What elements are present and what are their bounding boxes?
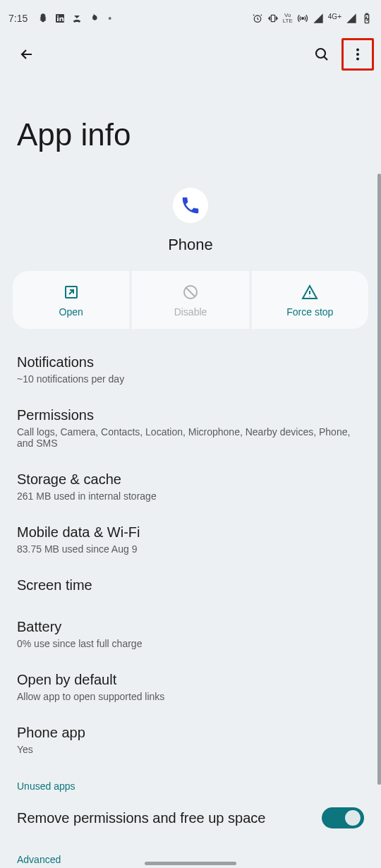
open-label: Open [59, 306, 83, 318]
snapchat-icon [37, 13, 49, 24]
notification-dot: • [108, 13, 111, 24]
arrow-left-icon [18, 46, 35, 63]
alarm-icon [252, 13, 263, 24]
svg-point-10 [356, 53, 359, 56]
svg-point-11 [356, 58, 359, 61]
disable-icon [182, 284, 199, 301]
section-unused-apps: Unused apps [17, 766, 364, 796]
setting-notifications[interactable]: Notifications ~10 notifications per day [17, 343, 364, 396]
nav-handle[interactable] [145, 862, 236, 865]
app-header: Phone [0, 181, 381, 271]
force-stop-button[interactable]: Force stop [252, 271, 368, 329]
setting-screen-time[interactable]: Screen time [17, 566, 364, 608]
remove-permissions-toggle[interactable] [322, 807, 364, 828]
more-vert-icon [349, 46, 366, 63]
settings-list: Notifications ~10 notifications per day … [0, 343, 381, 868]
svg-rect-4 [271, 15, 274, 21]
vibrate-icon [267, 13, 279, 24]
overflow-menu-button[interactable] [344, 40, 372, 68]
app-icon [173, 188, 208, 223]
app-name: Phone [168, 236, 213, 254]
svg-point-9 [356, 49, 359, 52]
battery-icon [361, 13, 373, 24]
tinder-icon [88, 13, 99, 24]
open-icon [63, 284, 80, 301]
warning-icon [301, 284, 318, 301]
disable-button: Disable [132, 271, 248, 329]
missed-call-icon [71, 13, 83, 24]
setting-storage[interactable]: Storage & cache 261 MB used in internal … [17, 460, 364, 513]
toolbar [0, 34, 381, 75]
svg-rect-1 [57, 18, 59, 21]
overflow-highlight [341, 38, 374, 71]
phone-icon [180, 195, 201, 216]
search-icon [313, 46, 330, 63]
status-time: 7:15 [8, 13, 28, 24]
hotspot-icon [297, 13, 308, 24]
svg-point-2 [57, 16, 59, 17]
status-left: 7:15 • [8, 13, 111, 24]
setting-battery[interactable]: Battery 0% use since last full charge [17, 608, 364, 661]
volte-icon: VoLTE [283, 13, 293, 24]
status-bar: 7:15 • VoLTE 4G+ [0, 0, 381, 34]
setting-permissions[interactable]: Permissions Call logs, Camera, Contacts,… [17, 396, 364, 460]
linkedin-icon [54, 13, 66, 24]
signal-icon-2 [346, 13, 357, 24]
setting-mobile-data[interactable]: Mobile data & Wi-Fi 83.75 MB used since … [17, 513, 364, 566]
svg-point-5 [301, 18, 303, 20]
setting-open-by-default[interactable]: Open by default Allow app to open suppor… [17, 661, 364, 713]
open-button[interactable]: Open [13, 271, 129, 329]
action-row: Open Disable Force stop [0, 271, 381, 329]
network-type: 4G+ [328, 13, 341, 20]
setting-remove-permissions[interactable]: Remove permissions and free up space [17, 796, 364, 840]
force-stop-label: Force stop [286, 306, 333, 318]
scrollbar[interactable] [377, 174, 381, 785]
setting-phone-app[interactable]: Phone app Yes [17, 713, 364, 766]
svg-rect-7 [366, 13, 368, 14]
status-right: VoLTE 4G+ [252, 13, 373, 24]
search-button[interactable] [308, 40, 336, 68]
toggle-thumb [345, 810, 361, 826]
signal-icon-1 [313, 13, 324, 24]
page-title: App info [0, 75, 381, 181]
disable-label: Disable [174, 306, 207, 318]
back-button[interactable] [13, 40, 41, 68]
